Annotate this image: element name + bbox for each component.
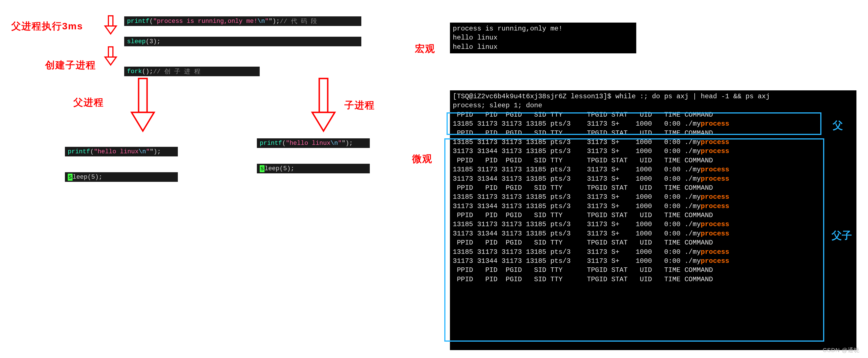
svg-marker-1 — [105, 26, 116, 34]
blue-label-both: 父子 — [832, 229, 852, 242]
arrow-down-icon — [129, 77, 157, 134]
svg-marker-7 — [312, 112, 335, 131]
svg-marker-5 — [131, 112, 154, 131]
label-3ms: 父进程执行3ms — [11, 20, 83, 33]
svg-rect-6 — [319, 79, 328, 112]
label-micro: 微观 — [412, 152, 432, 166]
code-hello-child: printf("hello linux\n""); — [257, 138, 370, 148]
code-sleep5-parent: sleep(5); — [65, 172, 178, 182]
arrow-down-icon — [103, 46, 118, 66]
blue-box-both — [444, 138, 824, 341]
blue-label-parent: 父 — [833, 119, 843, 132]
blue-box-parent — [446, 112, 822, 135]
arrow-down-icon — [103, 15, 118, 35]
label-fork: 创建子进程 — [45, 59, 96, 72]
code-sleep3: sleep(3); — [124, 37, 361, 46]
arrow-down-icon — [309, 77, 338, 134]
label-parent: 父进程 — [73, 96, 104, 109]
code-printf-1: printf("process is running,only me!\n"")… — [124, 17, 361, 26]
label-macro: 宏观 — [415, 42, 435, 55]
svg-rect-2 — [108, 47, 113, 57]
code-fork: fork();// 创 子 进 程 — [124, 67, 260, 76]
svg-rect-4 — [138, 79, 147, 112]
left-diagram: 父进程执行3ms printf("process is running,only… — [11, 11, 421, 215]
watermark: CSDN @通晓 — [823, 347, 860, 354]
terminal-macro: process is running,only me! hello linux … — [450, 23, 636, 53]
code-sleep5-child: sleep(5); — [257, 164, 370, 173]
svg-rect-0 — [108, 16, 113, 26]
label-child: 子进程 — [344, 99, 375, 112]
svg-marker-3 — [105, 57, 116, 65]
code-hello-parent: printf("hello linux\n""); — [65, 147, 178, 156]
